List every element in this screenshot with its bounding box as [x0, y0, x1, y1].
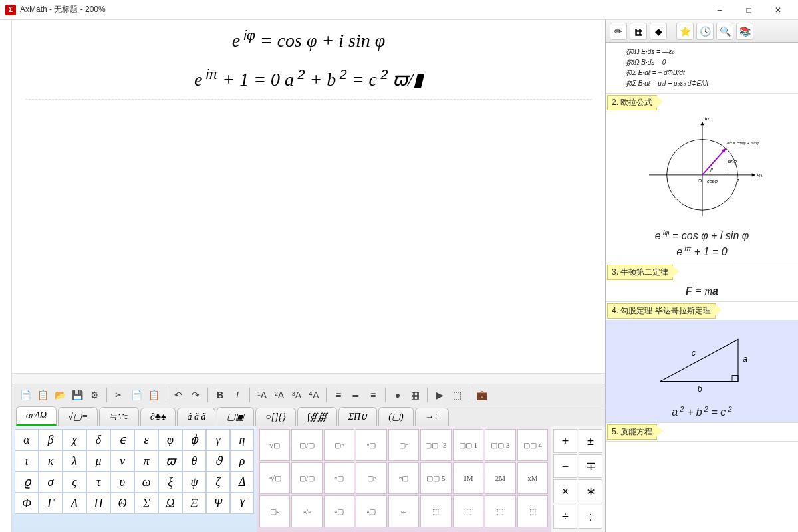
template-cell-5[interactable]: ▢▢ -3: [420, 429, 451, 461]
library-icon[interactable]: 📚: [736, 23, 753, 40]
palette-tab-2[interactable]: ≒∵○: [99, 407, 138, 426]
template-cell-12[interactable]: ▢▫: [356, 462, 386, 494]
align-left-icon[interactable]: ≡: [365, 387, 381, 403]
search-icon[interactable]: 🔍: [716, 23, 733, 40]
minimize-button[interactable]: –: [705, 0, 734, 20]
toolbar-icon[interactable]: ³A: [289, 387, 305, 403]
palette-tab-9[interactable]: (▢): [378, 407, 413, 426]
operator-±[interactable]: ±: [579, 429, 602, 453]
template-cell-22[interactable]: ▫▫: [388, 495, 419, 527]
greek-δ[interactable]: δ: [86, 429, 110, 450]
greek-ϱ[interactable]: ϱ: [15, 471, 39, 493]
template-cell-24[interactable]: ⬚: [453, 495, 483, 527]
template-cell-19[interactable]: ▫/▫: [291, 495, 322, 527]
close-button[interactable]: ✕: [763, 0, 793, 20]
section-header-newton[interactable]: 3. 牛顿第二定律: [607, 265, 673, 280]
undo-icon[interactable]: ↶: [170, 387, 186, 403]
greek-Σ[interactable]: Σ: [134, 493, 158, 514]
template-cell-4[interactable]: ▢▫: [388, 429, 419, 461]
template-cell-21[interactable]: ▫▢: [356, 495, 386, 527]
template-cell-9[interactable]: ⁿ√▢: [259, 462, 290, 494]
template-cell-7[interactable]: ▢▢ 3: [485, 429, 515, 461]
greek-ϕ[interactable]: ϕ: [182, 429, 206, 450]
template-cell-14[interactable]: ▢▢ 5: [420, 462, 451, 494]
redo-icon[interactable]: ↷: [188, 387, 203, 403]
color-icon[interactable]: ●: [390, 387, 406, 403]
greek-υ[interactable]: υ: [110, 471, 134, 493]
greek-β[interactable]: β: [39, 429, 63, 450]
equation-editor[interactable]: e iφ = cos φ + i sin φ e iπ + 1 = 0 a 2 …: [12, 20, 605, 373]
greek-ϖ[interactable]: ϖ: [158, 450, 182, 471]
greek-μ[interactable]: μ: [86, 450, 110, 471]
toolbar-icon[interactable]: ⁴A: [306, 387, 322, 403]
horizontal-scrollbar[interactable]: [12, 373, 605, 384]
greek-ι[interactable]: ι: [15, 450, 39, 471]
template-cell-17[interactable]: xM: [517, 462, 548, 494]
palette-tab-6[interactable]: ○[]{}: [255, 408, 296, 426]
greek-ϵ[interactable]: ϵ: [110, 429, 134, 450]
greek-Δ[interactable]: Δ: [230, 471, 254, 493]
equation-line-1[interactable]: e iφ = cos φ + i sin φ: [12, 20, 605, 59]
settings-icon[interactable]: ⚙: [86, 387, 102, 403]
greek-τ[interactable]: τ: [86, 471, 110, 493]
palette-tab-0[interactable]: αεΔΩ: [16, 406, 57, 426]
greek-Π[interactable]: Π: [86, 493, 110, 514]
operator-∗[interactable]: ∗: [579, 479, 602, 503]
maximize-button[interactable]: □: [734, 0, 763, 20]
greek-ξ[interactable]: ξ: [158, 471, 182, 493]
palette-tab-3[interactable]: ∂♣♠: [140, 408, 176, 426]
cut-icon[interactable]: ✂: [111, 387, 127, 403]
new-icon[interactable]: 📄: [17, 387, 33, 403]
template-cell-2[interactable]: ▢▫: [324, 429, 354, 461]
greek-κ[interactable]: κ: [39, 450, 63, 471]
greek-θ[interactable]: θ: [182, 450, 206, 471]
toolbar-icon[interactable]: ¹A: [254, 387, 270, 403]
panel-content[interactable]: ∯∂Ω E·ds = —ε₀∯∂Ω B·ds = 0∮∂Σ E·dℓ = − d…: [606, 43, 798, 532]
template-cell-16[interactable]: 2M: [485, 462, 515, 494]
play-icon[interactable]: ▶: [432, 387, 448, 403]
greek-ω[interactable]: ω: [134, 471, 158, 493]
greek-ν[interactable]: ν: [110, 450, 134, 471]
template-cell-25[interactable]: ⬚: [485, 495, 515, 527]
greek-ρ[interactable]: ρ: [230, 450, 254, 471]
greek-ς[interactable]: ς: [63, 471, 86, 493]
greek-η[interactable]: η: [230, 429, 254, 450]
star-icon[interactable]: ⭐: [676, 23, 694, 40]
align-left-icon[interactable]: ≡: [331, 387, 346, 403]
greek-Ψ[interactable]: Ψ: [206, 493, 230, 514]
template-cell-3[interactable]: ▫▢: [356, 429, 386, 461]
template-cell-8[interactable]: ▢▢ 4: [517, 429, 548, 461]
operator-+[interactable]: +: [553, 429, 577, 453]
new-icon[interactable]: 📄: [128, 387, 144, 403]
palette-tab-5[interactable]: ▢▣: [217, 407, 254, 426]
operator-÷[interactable]: ÷: [553, 505, 577, 529]
greek-Λ[interactable]: Λ: [63, 493, 86, 514]
palette-tab-7[interactable]: ∫∯∰: [297, 407, 337, 426]
greek-ϑ[interactable]: ϑ: [206, 450, 230, 471]
save-icon[interactable]: 💾: [69, 387, 85, 403]
paste-icon[interactable]: 📋: [35, 387, 51, 403]
greek-Ω[interactable]: Ω: [158, 493, 182, 514]
template-cell-11[interactable]: ▫▢: [324, 462, 354, 494]
palette-tab-1[interactable]: √▢≡: [58, 407, 98, 426]
operator-−[interactable]: −: [553, 454, 577, 478]
operator-×[interactable]: ×: [553, 479, 577, 503]
pythagoras-body[interactable]: a b c a 2 + b 2 = c 2: [606, 320, 798, 422]
italic-icon[interactable]: I: [229, 387, 245, 403]
align-center-icon[interactable]: ≣: [348, 387, 364, 403]
paste-icon[interactable]: 📋: [146, 387, 162, 403]
bold-icon[interactable]: B: [212, 387, 228, 403]
open-icon[interactable]: 📂: [52, 387, 68, 403]
greek-ζ[interactable]: ζ: [206, 471, 230, 493]
diamond-icon[interactable]: ◆: [650, 23, 667, 40]
greek-φ[interactable]: φ: [158, 429, 182, 450]
toolbox-icon[interactable]: 💼: [473, 387, 489, 403]
palette-tab-8[interactable]: ΣΠ∪: [338, 407, 377, 426]
greek-γ[interactable]: γ: [206, 429, 230, 450]
operator-∓[interactable]: ∓: [579, 454, 602, 478]
greek-ε[interactable]: ε: [134, 429, 158, 450]
section-header-euler[interactable]: 2. 欧拉公式: [607, 95, 657, 110]
template-cell-20[interactable]: ▫▢: [324, 495, 354, 527]
equation-line-2[interactable]: e iπ + 1 = 0 a 2 + b 2 = c 2 ϖ/▮: [12, 59, 605, 98]
greek-π[interactable]: π: [134, 450, 158, 471]
